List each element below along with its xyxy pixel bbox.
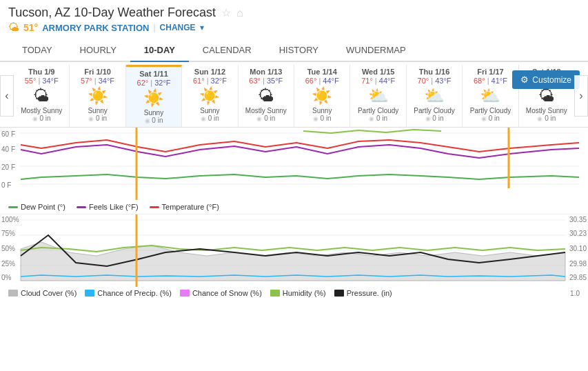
humidity-label: Humidity (%) [283,289,326,297]
day-col-1[interactable]: Fri 1/10 57° | 34°F ☀️ Sunny ◉ 0 in [70,65,125,127]
temp-low-0: 34°F [42,77,58,85]
temp-low-6: 44°F [379,77,395,85]
day-col-4[interactable]: Mon 1/13 63° | 35°F 🌤 Mostly Sunny ◉ 0 i… [239,65,294,127]
temp-high-5: 66° [305,77,317,85]
day-precip-5: ◉ 0 in [296,114,348,122]
forecast-grid: ‹ Thu 1/9 55° | 34°F 🌤 Mostly Sunny ◉ 0 … [0,65,588,128]
day-precip-0: ◉ 0 in [15,114,68,122]
day-precip-3: ◉ 0 in [183,114,236,122]
day-temps-2: 62° | 32°F [128,79,180,87]
precip-label: Chance of Precip. (%) [97,289,172,297]
day-header-8: Fri 1/17 [464,68,516,76]
day-header-7: Thu 1/16 [408,68,460,76]
day-desc-7: Partly Cloudy [408,107,460,114]
day-col-7[interactable]: Thu 1/16 70° | 43°F ⛅ Partly Cloudy ◉ 0 … [407,65,463,127]
day-col-2[interactable]: Sat 1/11 62° | 32°F ☀️ Sunny ◉ 0 in [126,65,182,127]
day-desc-3: Sunny [183,107,236,114]
temp-low-8: 41°F [491,77,507,85]
next-arrow[interactable]: › [574,75,588,117]
customize-button[interactable]: ⚙ Customize [512,70,580,89]
day-icon-6: ⛅ [352,86,404,106]
nav-tabs: TODAY HOURLY 10-DAY CALENDAR HISTORY WUN… [0,39,588,62]
current-temp: 51° [23,22,38,33]
forecast-days: Thu 1/9 55° | 34°F 🌤 Mostly Sunny ◉ 0 in… [14,65,574,127]
day-col-3[interactable]: Sun 1/12 61° | 32°F ☀️ Sunny ◉ 0 in [182,65,238,127]
station-name[interactable]: ARMORY PARK STATION [42,23,149,33]
precip-chart-svg [0,214,588,287]
chart1-legend: Dew Point (°) Feels Like (°F) Temperatur… [0,200,588,214]
prev-arrow[interactable]: ‹ [0,75,14,117]
tab-10day[interactable]: 10-DAY [130,39,189,62]
day-col-8[interactable]: Fri 1/17 68° | 41°F ⛅ Partly Cloudy ◉ 0 … [463,65,518,127]
bottom-label: 1.0 [570,290,580,297]
day-icon-3: ☀️ [183,86,236,106]
tab-today[interactable]: TODAY [8,39,66,62]
temp-low-7: 43°F [435,77,451,85]
temp-high-4: 63° [249,77,261,85]
day-precip-2: ◉ 0 in [128,117,180,124]
snow-color [180,290,190,297]
tab-history[interactable]: HISTORY [265,39,332,62]
day-temps-5: 66° | 44°F [296,77,348,85]
day-desc-1: Sunny [71,107,123,114]
day-col-0[interactable]: Thu 1/9 55° | 34°F 🌤 Mostly Sunny ◉ 0 in [14,65,70,127]
tab-hourly[interactable]: HOURLY [66,39,130,62]
day-icon-7: ⛅ [408,86,460,106]
day-precip-4: ◉ 0 in [240,114,292,122]
temp-low-5: 44°F [323,77,338,85]
legend-cloud-cover: Cloud Cover (%) [8,289,77,297]
snow-label: Chance of Snow (%) [192,289,262,297]
legend-dew-point: Dew Point (°) [8,203,65,211]
temp-high-3: 61° [193,77,205,85]
day-desc-8: Partly Cloudy [464,107,516,114]
day-temps-3: 61° | 32°F [183,77,236,85]
feels-like-label: Feels Like (°F) [89,203,139,211]
page-container: Tucson, AZ 10-Day Weather Forecast ☆ ⌂ 🌤… [0,0,588,300]
day-precip-9: ◉ 0 in [520,114,573,122]
day-header-1: Fri 1/10 [71,68,123,76]
home-icon[interactable]: ⌂ [236,7,243,19]
day-precip-1: ◉ 0 in [71,114,123,122]
tab-wundermap[interactable]: WUNDERMAP [332,39,420,62]
day-header-6: Wed 1/15 [352,68,404,76]
temp-high-0: 55° [25,77,37,85]
day-desc-2: Sunny [128,109,180,117]
day-header-5: Tue 1/14 [296,68,348,76]
day-col-5[interactable]: Tue 1/14 66° | 44°F ☀️ Sunny ◉ 0 in [294,65,350,127]
temp-low-4: 35°F [267,77,283,85]
legend-feels-like: Feels Like (°F) [77,203,139,211]
page-title: Tucson, AZ 10-Day Weather Forecast [8,6,216,20]
day-temps-4: 63° | 35°F [240,77,292,85]
temperature-color [150,206,159,208]
change-dropdown-icon[interactable]: ▾ [200,23,204,32]
tab-calendar[interactable]: CALENDAR [189,39,265,62]
day-temps-0: 55° | 34°F [15,77,68,85]
star-icon[interactable]: ☆ [221,6,231,19]
dew-point-color [8,206,18,208]
forecast-wrapper: ⚙ Customize ‹ Thu 1/9 55° | 34°F 🌤 Mostl… [0,65,588,300]
dew-point-label: Dew Point (°) [21,203,65,211]
day-precip-6: ◉ 0 in [352,114,404,122]
chart2-legend: Cloud Cover (%) Chance of Precip. (%) Ch… [0,286,588,300]
day-desc-4: Mostly Sunny [240,107,292,114]
legend-humidity: Humidity (%) [270,289,326,297]
temperature-label: Temperature (°F) [162,203,219,211]
day-temps-8: 68° | 41°F [464,77,516,85]
gear-icon: ⚙ [520,74,529,85]
change-button[interactable]: CHANGE [160,23,196,32]
cloud-cover-color [8,290,18,297]
humidity-color [270,290,280,297]
pressure-label: Pressure. (in) [347,289,392,297]
pressure-color [334,290,344,297]
day-precip-7: ◉ 0 in [408,114,460,122]
temp-high-1: 57° [81,77,92,85]
temperature-chart: 60 F 40 F 20 F 0 F [0,128,588,200]
day-desc-0: Mostly Sunny [15,107,68,114]
day-icon-4: 🌤 [240,86,292,106]
day-col-6[interactable]: Wed 1/15 71° | 44°F ⛅ Partly Cloudy ◉ 0 … [350,65,406,127]
temp-high-7: 70° [418,77,429,85]
weather-sun-icon: 🌤 [8,21,19,34]
temp-low-3: 32°F [211,77,227,85]
day-desc-5: Sunny [296,107,348,114]
day-desc-9: Mostly Sunny [520,107,573,114]
